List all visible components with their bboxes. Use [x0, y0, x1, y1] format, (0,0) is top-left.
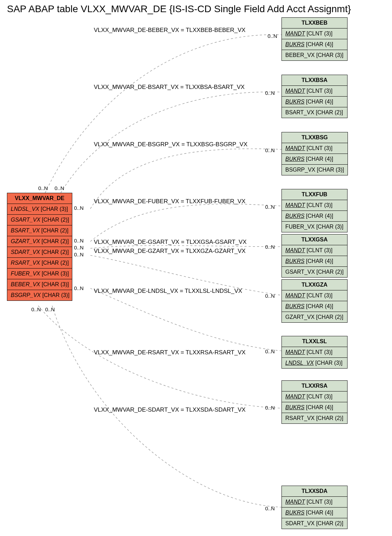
- related-entity-field: RSART_VX [CHAR (2)]: [282, 413, 347, 423]
- cardinality-label: 0..N: [55, 185, 64, 191]
- related-entity-name: TLXXRSA: [282, 381, 347, 391]
- related-entity-field: BUKRS [CHAR (4)]: [282, 402, 347, 413]
- main-entity-field: BSGRP_VX [CHAR (3)]: [7, 290, 72, 300]
- related-entity-field: BUKRS [CHAR (4)]: [282, 211, 347, 222]
- main-entity-field: BEBER_VX [CHAR (3)]: [7, 279, 72, 290]
- related-entity-table: TLXXGSAMANDT [CLNT (3)]BUKRS [CHAR (4)]G…: [281, 234, 348, 278]
- related-entity-name: TLXXGSA: [282, 234, 347, 245]
- relation-label: VLXX_MWVAR_DE-BSART_VX = TLXXBSA-BSART_V…: [94, 84, 245, 91]
- main-entity-field: LNDSL_VX [CHAR (3)]: [7, 204, 72, 215]
- related-entity-field: BUKRS [CHAR (4)]: [282, 39, 347, 50]
- related-entity-table: TLXXBSAMANDT [CLNT (3)]BUKRS [CHAR (4)]B…: [281, 75, 348, 118]
- cardinality-label: 0..N: [74, 205, 84, 211]
- related-entity-field: BUKRS [CHAR (4)]: [282, 154, 348, 165]
- related-entity-table: TLXXBSGMANDT [CLNT (3)]BUKRS [CHAR (4)]B…: [281, 132, 348, 175]
- cardinality-label: 0..N: [265, 147, 275, 153]
- related-entity-name: TLXXBSG: [282, 132, 348, 143]
- related-entity-table: TLXXRSAMANDT [CLNT (3)]BUKRS [CHAR (4)]R…: [281, 380, 348, 424]
- related-entity-field: BEBER_VX [CHAR (3)]: [282, 50, 347, 60]
- cardinality-label: 0..N: [265, 90, 275, 96]
- relation-label: VLXX_MWVAR_DE-BSGRP_VX = TLXXBSG-BSGRP_V…: [94, 141, 247, 148]
- relation-label: VLXX_MWVAR_DE-RSART_VX = TLXXRSA-RSART_V…: [94, 349, 246, 356]
- main-entity-field: GSART_VX [CHAR (2)]: [7, 215, 72, 225]
- related-entity-table: TLXXFUBMANDT [CLNT (3)]BUKRS [CHAR (4)]F…: [281, 189, 348, 232]
- related-entity-field: BUKRS [CHAR (4)]: [282, 97, 347, 107]
- main-entity-field: FUBER_VX [CHAR (3)]: [7, 269, 72, 279]
- cardinality-label: 0..N: [265, 244, 275, 250]
- cardinality-label: 0..N: [31, 306, 41, 312]
- related-entity-field: GSART_VX [CHAR (2)]: [282, 267, 347, 277]
- related-entity-field: BSART_VX [CHAR (2)]: [282, 107, 347, 118]
- page-title: SAP ABAP table VLXX_MWVAR_DE {IS-IS-CD S…: [7, 3, 351, 15]
- related-entity-field: MANDT [CLNT (3)]: [282, 143, 348, 154]
- cardinality-label: 0..N: [268, 33, 277, 39]
- cardinality-label: 0..N: [265, 293, 275, 299]
- cardinality-label: 0..N: [265, 505, 275, 511]
- related-entity-table: TLXXBEBMANDT [CLNT (3)]BUKRS [CHAR (4)]B…: [281, 17, 348, 61]
- related-entity-field: MANDT [CLNT (3)]: [282, 497, 347, 508]
- main-entity-field: SDART_VX [CHAR (2)]: [7, 247, 72, 258]
- related-entity-field: MANDT [CLNT (3)]: [282, 245, 347, 256]
- relation-label: VLXX_MWVAR_DE-BEBER_VX = TLXXBEB-BEBER_V…: [94, 27, 245, 34]
- cardinality-label: 0..N: [45, 306, 55, 312]
- cardinality-label: 0..N: [265, 405, 275, 411]
- relation-label: VLXX_MWVAR_DE-FUBER_VX = TLXXFUB-FUBER_V…: [94, 198, 245, 205]
- cardinality-label: 0..N: [74, 285, 84, 291]
- related-entity-table: TLXXGZAMANDT [CLNT (3)]BUKRS [CHAR (4)]G…: [281, 279, 348, 323]
- main-entity-field: GZART_VX [CHAR (2)]: [7, 236, 72, 247]
- related-entity-name: TLXXBEB: [282, 18, 347, 28]
- cardinality-label: 0..N: [265, 204, 275, 210]
- main-entity-field: RSART_VX [CHAR (2)]: [7, 258, 72, 269]
- related-entity-field: FUBER_VX [CHAR (3)]: [282, 222, 347, 232]
- main-entity-name: VLXX_MWVAR_DE: [7, 193, 72, 204]
- related-entity-field: MANDT [CLNT (3)]: [282, 200, 347, 211]
- relation-label: VLXX_MWVAR_DE-SDART_VX = TLXXSDA-SDART_V…: [94, 406, 246, 413]
- related-entity-field: BUKRS [CHAR (4)]: [282, 508, 347, 518]
- related-entity-field: MANDT [CLNT (3)]: [282, 28, 347, 39]
- related-entity-table: TLXXLSLMANDT [CLNT (3)]LNDSL_VX [CHAR (3…: [281, 336, 348, 369]
- related-entity-field: BUKRS [CHAR (4)]: [282, 301, 347, 312]
- related-entity-name: TLXXGZA: [282, 280, 347, 290]
- cardinality-label: 0..N: [74, 251, 84, 257]
- relation-label: VLXX_MWVAR_DE-GZART_VX = TLXXGZA-GZART_V…: [94, 248, 246, 255]
- related-entity-field: LNDSL_VX [CHAR (3)]: [282, 358, 347, 368]
- relation-label: VLXX_MWVAR_DE-GSART_VX = TLXXGSA-GSART_V…: [94, 239, 246, 246]
- main-entity-field: BSART_VX [CHAR (2)]: [7, 225, 72, 236]
- cardinality-label: 0..N: [38, 185, 48, 191]
- related-entity-name: TLXXSDA: [282, 486, 347, 497]
- relation-label: VLXX_MWVAR_DE-LNDSL_VX = TLXXLSL-LNDSL_V…: [94, 288, 242, 295]
- related-entity-field: MANDT [CLNT (3)]: [282, 391, 347, 402]
- related-entity-name: TLXXLSL: [282, 336, 347, 347]
- cardinality-label: 0..N: [74, 238, 84, 244]
- cardinality-label: 0..N: [74, 245, 84, 250]
- related-entity-field: BSGRP_VX [CHAR (3)]: [282, 165, 348, 175]
- cardinality-label: 0..N: [265, 348, 275, 354]
- related-entity-field: GZART_VX [CHAR (2)]: [282, 312, 347, 322]
- related-entity-name: TLXXBSA: [282, 75, 347, 86]
- related-entity-field: MANDT [CLNT (3)]: [282, 86, 347, 97]
- related-entity-field: SDART_VX [CHAR (2)]: [282, 518, 347, 529]
- related-entity-field: MANDT [CLNT (3)]: [282, 347, 347, 358]
- related-entity-field: BUKRS [CHAR (4)]: [282, 256, 347, 267]
- related-entity-name: TLXXFUB: [282, 189, 347, 200]
- related-entity-field: MANDT [CLNT (3)]: [282, 290, 347, 301]
- related-entity-table: TLXXSDAMANDT [CLNT (3)]BUKRS [CHAR (4)]S…: [281, 486, 348, 529]
- main-entity-table: VLXX_MWVAR_DE LNDSL_VX [CHAR (3)]GSART_V…: [7, 193, 72, 301]
